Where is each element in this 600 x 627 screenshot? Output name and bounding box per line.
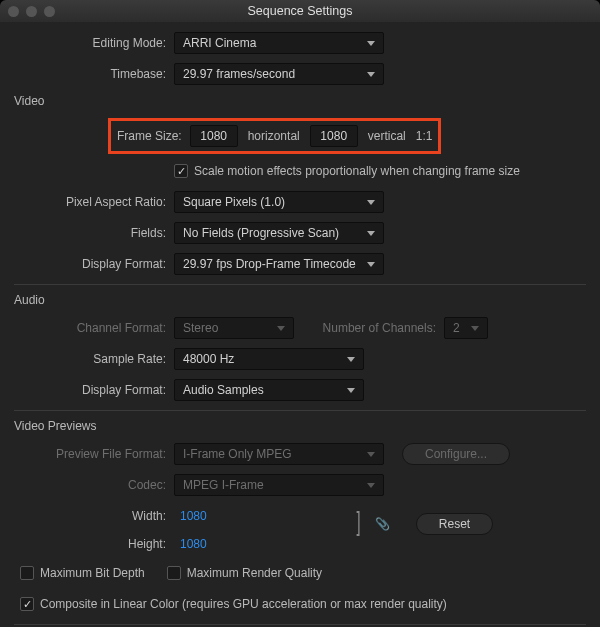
fields-select[interactable]: No Fields (Progressive Scan): [174, 222, 384, 244]
close-dot[interactable]: [8, 6, 19, 17]
reset-button[interactable]: Reset: [416, 513, 493, 535]
preview-height-label: Height:: [14, 533, 174, 555]
preview-format-label: Preview File Format:: [14, 447, 174, 461]
video-display-format-label: Display Format:: [14, 257, 174, 271]
fields-label: Fields:: [14, 226, 174, 240]
video-display-format-select[interactable]: 29.97 fps Drop-Frame Timecode: [174, 253, 384, 275]
pixel-aspect-label: Pixel Aspect Ratio:: [14, 195, 174, 209]
frame-ratio: 1:1: [416, 129, 433, 143]
frame-height-unit: vertical: [368, 129, 406, 143]
titlebar: Sequence Settings: [0, 0, 600, 22]
frame-width-unit: horizontal: [248, 129, 300, 143]
codec-label: Codec:: [14, 478, 174, 492]
num-channels-select: 2: [444, 317, 488, 339]
max-render-quality-checkbox[interactable]: [167, 566, 181, 580]
max-bit-depth-label: Maximum Bit Depth: [40, 566, 145, 580]
audio-display-format-label: Display Format:: [14, 383, 174, 397]
editing-mode-select[interactable]: ARRI Cinema: [174, 32, 384, 54]
frame-height-input[interactable]: 1080: [310, 125, 358, 147]
frame-width-input[interactable]: 1080: [190, 125, 238, 147]
chevron-down-icon: [367, 231, 375, 236]
chevron-down-icon: [367, 41, 375, 46]
chevron-down-icon: [367, 452, 375, 457]
zoom-dot[interactable]: [44, 6, 55, 17]
link-bracket-icon: ]: [354, 515, 362, 533]
scale-motion-label: Scale motion effects proportionally when…: [194, 164, 520, 178]
chevron-down-icon: [367, 483, 375, 488]
minimize-dot[interactable]: [26, 6, 37, 17]
window-title: Sequence Settings: [0, 4, 600, 18]
frame-size-highlight: Frame Size: 1080 horizontal 1080 vertica…: [108, 118, 441, 154]
previews-section-title: Video Previews: [14, 419, 586, 433]
chevron-down-icon: [347, 357, 355, 362]
composite-linear-label: Composite in Linear Color (requires GPU …: [40, 597, 447, 611]
editing-mode-value: ARRI Cinema: [183, 36, 256, 50]
sample-rate-label: Sample Rate:: [14, 352, 174, 366]
preview-width-label: Width:: [14, 505, 174, 527]
channel-format-select: Stereo: [174, 317, 294, 339]
audio-section-title: Audio: [14, 293, 586, 307]
link-icon[interactable]: [375, 517, 390, 531]
preview-height-value[interactable]: 1080: [174, 533, 207, 555]
video-section-title: Video: [14, 94, 586, 108]
window-controls[interactable]: [8, 6, 55, 17]
timebase-select[interactable]: 29.97 frames/second: [174, 63, 384, 85]
configure-button: Configure...: [402, 443, 510, 465]
channel-format-label: Channel Format:: [14, 321, 174, 335]
chevron-down-icon: [347, 388, 355, 393]
codec-select: MPEG I-Frame: [174, 474, 384, 496]
num-channels-label: Number of Channels:: [294, 321, 444, 335]
max-render-quality-label: Maximum Render Quality: [187, 566, 322, 580]
window-body: Editing Mode: ARRI Cinema Timebase: 29.9…: [0, 22, 600, 627]
chevron-down-icon: [277, 326, 285, 331]
preview-format-select: I-Frame Only MPEG: [174, 443, 384, 465]
audio-display-format-select[interactable]: Audio Samples: [174, 379, 364, 401]
frame-size-label: Frame Size:: [117, 129, 182, 143]
preview-width-value[interactable]: 1080: [174, 505, 207, 527]
chevron-down-icon: [367, 262, 375, 267]
chevron-down-icon: [471, 326, 479, 331]
chevron-down-icon: [367, 72, 375, 77]
pixel-aspect-select[interactable]: Square Pixels (1.0): [174, 191, 384, 213]
max-bit-depth-checkbox[interactable]: [20, 566, 34, 580]
editing-mode-label: Editing Mode:: [14, 36, 174, 50]
timebase-value: 29.97 frames/second: [183, 67, 295, 81]
chevron-down-icon: [367, 200, 375, 205]
sample-rate-select[interactable]: 48000 Hz: [174, 348, 364, 370]
composite-linear-checkbox[interactable]: ✓: [20, 597, 34, 611]
scale-motion-checkbox[interactable]: ✓: [174, 164, 188, 178]
timebase-label: Timebase:: [14, 67, 174, 81]
